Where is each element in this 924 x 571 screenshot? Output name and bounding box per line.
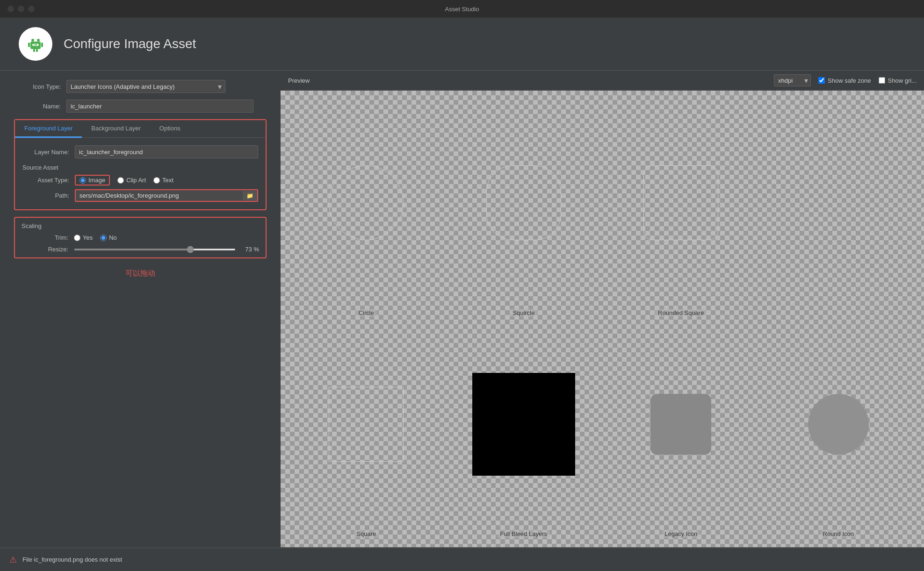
icon-type-select[interactable]: Launcher Icons (Adaptive and Legacy) bbox=[66, 80, 225, 93]
svg-rect-9 bbox=[36, 49, 38, 52]
trim-radio-group: Yes No bbox=[74, 234, 117, 241]
legacy-shape bbox=[650, 394, 711, 455]
status-message: File ic_foreground.png does not exist bbox=[22, 556, 122, 563]
name-label: Name: bbox=[14, 103, 61, 110]
path-input[interactable] bbox=[76, 190, 243, 201]
trim-no-radio[interactable] bbox=[100, 235, 107, 241]
minimize-button[interactable] bbox=[18, 6, 24, 12]
tabs-panel: Foreground Layer Background Layer Option… bbox=[14, 119, 267, 210]
scaling-title: Scaling bbox=[22, 222, 259, 229]
status-bar: ⚠ File ic_foreground.png does not exist bbox=[0, 548, 924, 571]
preview-item-rounded-square: Rounded Square bbox=[605, 100, 758, 317]
source-asset-title: Source Asset bbox=[22, 164, 258, 171]
path-field-wrapper: 📁 bbox=[75, 189, 258, 202]
circle-label: Circle bbox=[356, 309, 377, 317]
preview-header: Preview xhdpi ldpi mdpi hdpi xxhdpi xxxh… bbox=[281, 71, 924, 91]
svg-text:AI: AI bbox=[34, 43, 38, 47]
trim-yes-radio[interactable] bbox=[74, 235, 80, 241]
trim-no-label[interactable]: No bbox=[100, 234, 117, 241]
circle-shape-wrapper bbox=[290, 100, 443, 306]
preview-item-circle: Circle bbox=[290, 100, 443, 317]
preview-grid: Circle Squircle Rounded Square bbox=[281, 91, 924, 547]
circle-shape bbox=[329, 165, 404, 240]
icon-type-label: Icon Type: bbox=[14, 83, 61, 90]
maximize-button[interactable] bbox=[28, 6, 35, 12]
square-shape bbox=[329, 387, 404, 462]
squircle-label: Squircle bbox=[510, 309, 537, 317]
preview-item-legacy: Legacy Icon bbox=[605, 321, 758, 538]
trim-row: Trim: Yes No bbox=[22, 234, 259, 241]
layer-name-row: Layer Name: bbox=[22, 145, 258, 158]
layer-name-label: Layer Name: bbox=[22, 149, 69, 156]
window-title: Asset Studio bbox=[445, 6, 479, 13]
legacy-label: Legacy Icon bbox=[662, 530, 700, 538]
resize-slider[interactable] bbox=[74, 249, 236, 250]
icon-type-row: Icon Type: Launcher Icons (Adaptive and … bbox=[14, 80, 267, 93]
name-row: Name: bbox=[14, 100, 267, 113]
asset-type-text-radio[interactable] bbox=[153, 177, 160, 184]
titlebar: Asset Studio bbox=[0, 0, 924, 18]
resize-label: Resize: bbox=[22, 246, 68, 253]
tab-foreground-layer[interactable]: Foreground Layer bbox=[15, 120, 82, 138]
tab-background-layer[interactable]: Background Layer bbox=[82, 120, 150, 138]
trim-yes-label[interactable]: Yes bbox=[74, 234, 93, 241]
asset-type-clipart-radio[interactable] bbox=[117, 177, 124, 184]
square-label: Square bbox=[354, 530, 379, 538]
round-label: Round Icon bbox=[820, 530, 857, 538]
resize-slider-group: 73 % bbox=[74, 246, 259, 253]
resize-row: Resize: 73 % bbox=[22, 246, 259, 253]
asset-type-radio-group: Image Clip Art Text bbox=[75, 175, 173, 186]
close-button[interactable] bbox=[7, 6, 14, 12]
asset-type-image-radio[interactable] bbox=[79, 177, 86, 184]
trim-label: Trim: bbox=[22, 234, 68, 241]
page-title: Configure Image Asset bbox=[64, 36, 196, 51]
source-asset-section: Source Asset Asset Type: Image bbox=[22, 164, 258, 202]
rounded-square-label: Rounded Square bbox=[655, 309, 707, 317]
svg-rect-7 bbox=[41, 43, 43, 47]
preview-item-full-bleed: Full Bleed Layers bbox=[448, 321, 600, 538]
square-shape-wrapper bbox=[290, 321, 443, 528]
round-shape bbox=[808, 394, 869, 455]
show-grid-checkbox[interactable] bbox=[879, 77, 885, 84]
preview-label: Preview bbox=[288, 77, 310, 84]
show-safe-zone-label[interactable]: Show safe zone bbox=[818, 77, 871, 84]
app-icon: AI bbox=[19, 27, 52, 61]
svg-rect-8 bbox=[33, 49, 35, 52]
asset-type-image-label[interactable]: Image bbox=[79, 177, 105, 184]
page-header: AI Configure Image Asset bbox=[0, 18, 924, 71]
rounded-square-shape-wrapper bbox=[605, 100, 758, 306]
squircle-shape bbox=[486, 165, 561, 240]
full-bleed-shape bbox=[472, 373, 575, 476]
main-content: Icon Type: Launcher Icons (Adaptive and … bbox=[0, 71, 924, 548]
asset-type-label: Asset Type: bbox=[22, 177, 69, 184]
svg-point-3 bbox=[37, 39, 40, 42]
svg-rect-6 bbox=[28, 43, 30, 47]
path-label: Path: bbox=[22, 192, 69, 199]
status-warning-icon: ⚠ bbox=[9, 555, 17, 565]
squircle-shape-wrapper bbox=[448, 100, 600, 306]
path-browse-button[interactable]: 📁 bbox=[243, 191, 257, 200]
icon-type-select-wrapper: Launcher Icons (Adaptive and Legacy) bbox=[66, 80, 225, 93]
name-input[interactable] bbox=[66, 100, 253, 113]
rounded-square-shape bbox=[643, 165, 718, 240]
right-panel: Preview xhdpi ldpi mdpi hdpi xxhdpi xxxh… bbox=[281, 71, 924, 548]
resize-value: 73 % bbox=[240, 246, 259, 253]
dpi-select[interactable]: xhdpi ldpi mdpi hdpi xxhdpi xxxhdpi bbox=[774, 74, 811, 86]
dpi-select-wrapper: xhdpi ldpi mdpi hdpi xxhdpi xxxhdpi bbox=[774, 74, 811, 86]
path-row: Path: 📁 bbox=[22, 189, 258, 202]
asset-type-image-wrapper: Image bbox=[75, 175, 110, 186]
window-controls bbox=[7, 6, 35, 12]
asset-type-text-label[interactable]: Text bbox=[153, 177, 173, 184]
tab-options[interactable]: Options bbox=[150, 120, 190, 138]
layer-name-input[interactable] bbox=[75, 145, 258, 158]
tabs-content: Layer Name: Source Asset Asset Type: bbox=[15, 138, 266, 209]
asset-type-row: Asset Type: Image Clip bbox=[22, 175, 258, 186]
drag-hint: 可以拖动 bbox=[14, 269, 267, 278]
preview-item-round: Round Icon bbox=[762, 321, 915, 538]
asset-type-clipart-label[interactable]: Clip Art bbox=[117, 177, 146, 184]
show-safe-zone-checkbox[interactable] bbox=[818, 77, 825, 84]
full-bleed-shape-wrapper bbox=[448, 321, 600, 528]
preview-item-squircle: Squircle bbox=[448, 100, 600, 317]
round-shape-wrapper bbox=[762, 321, 915, 528]
show-grid-label[interactable]: Show gri... bbox=[879, 77, 917, 84]
